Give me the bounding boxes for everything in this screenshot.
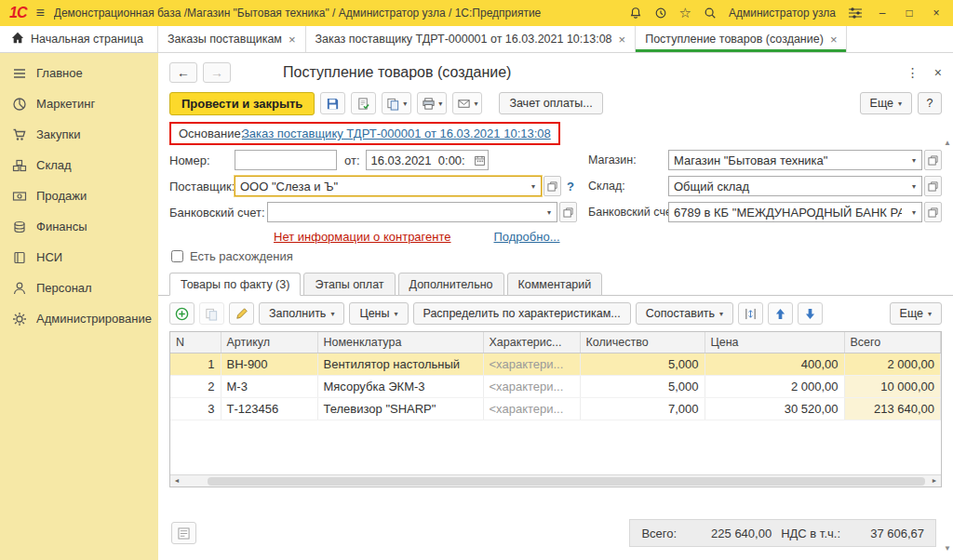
table-header-row: N Артикул Номенклатура Характерис... Кол… xyxy=(170,332,941,353)
bank-account2-input[interactable] xyxy=(669,203,906,221)
administration-gear-icon xyxy=(12,312,27,327)
document-form: ← → Поступление товаров (создание) ⋮ × П… xyxy=(158,53,953,560)
discrepancies-checkbox[interactable] xyxy=(171,250,183,262)
supplier-help-link[interactable]: ? xyxy=(567,180,574,193)
shop-label: Магазин: xyxy=(588,153,668,167)
notifications-bell-icon[interactable] xyxy=(629,7,642,20)
chevron-down-icon: ▾ xyxy=(719,310,723,318)
payment-offset-button[interactable]: Зачет оплаты... xyxy=(499,92,602,114)
counterparty-warning-link[interactable]: Нет информации о контрагенте xyxy=(274,230,451,244)
save-button[interactable] xyxy=(320,92,345,114)
tab-supplier-orders[interactable]: Заказы поставщикам × xyxy=(158,26,306,52)
maximize-button[interactable]: □ xyxy=(902,7,917,20)
supplier-open-button[interactable] xyxy=(544,176,561,196)
tab-goods-by-fact[interactable]: Товары по факту (3) xyxy=(169,273,301,296)
table-row[interactable]: 2 М-3 Мясорубка ЭКМ-3 <характери... 5,00… xyxy=(170,376,941,398)
date-input[interactable] xyxy=(367,151,471,169)
col-sku[interactable]: Артикул xyxy=(221,332,317,353)
supplier-input[interactable] xyxy=(235,177,526,195)
match-button[interactable]: Сопоставить▾ xyxy=(636,302,733,325)
tab-close-icon[interactable]: × xyxy=(830,33,838,47)
grid-more-button[interactable]: Еще▾ xyxy=(890,302,942,325)
sidebar-item-purchases[interactable]: Закупки xyxy=(0,119,158,150)
col-total[interactable]: Всего xyxy=(844,332,941,353)
scroll-right-icon[interactable]: ► xyxy=(928,475,941,487)
chevron-down-icon: ▾ xyxy=(330,310,334,318)
bank-account2-open-button[interactable] xyxy=(924,202,942,222)
help-button[interactable]: ? xyxy=(918,92,942,114)
sidebar-item-nsi[interactable]: НСИ xyxy=(0,242,158,273)
current-user[interactable]: Администратор узла xyxy=(729,7,836,20)
tab-home[interactable]: Начальная страница xyxy=(0,26,158,52)
col-quantity[interactable]: Количество xyxy=(580,332,705,353)
move-down-button[interactable] xyxy=(798,302,823,325)
bank-account-input[interactable] xyxy=(268,203,542,221)
add-row-button[interactable] xyxy=(169,302,195,325)
scroll-left-icon[interactable]: ◄ xyxy=(170,475,183,487)
history-clock-icon[interactable] xyxy=(654,7,667,20)
tab-supplier-order-doc[interactable]: Заказ поставщику ТДРТ-000001 от 16.03.20… xyxy=(306,26,637,52)
move-up-button[interactable] xyxy=(768,302,793,325)
scroll-down-icon[interactable]: ▼ xyxy=(944,544,951,553)
warehouse-dropdown-icon[interactable]: ▾ xyxy=(906,182,921,191)
search-icon[interactable] xyxy=(704,7,717,20)
sidebar-item-marketing[interactable]: Маркетинг xyxy=(0,88,158,119)
horizontal-scrollbar[interactable]: ◄ ► xyxy=(170,474,941,487)
fill-button[interactable]: Заполнить▾ xyxy=(259,302,344,325)
sidebar-item-administration[interactable]: Администрирование xyxy=(0,303,158,334)
shop-dropdown-icon[interactable]: ▾ xyxy=(906,156,921,165)
close-window-button[interactable]: × xyxy=(929,7,944,20)
warehouse-input[interactable] xyxy=(669,177,906,195)
copy-row-button[interactable] xyxy=(199,302,224,325)
favorites-star-icon[interactable]: ☆ xyxy=(679,7,691,20)
edit-row-button[interactable] xyxy=(229,302,254,325)
supplier-dropdown-icon[interactable]: ▾ xyxy=(526,182,541,191)
forward-button[interactable]: → xyxy=(203,62,231,83)
prices-button[interactable]: Цены▾ xyxy=(349,302,408,325)
warehouse-open-button[interactable] xyxy=(924,176,942,196)
tab-close-icon[interactable]: × xyxy=(619,33,626,47)
bank-account-open-button[interactable] xyxy=(559,202,577,222)
settings-sliders-icon[interactable] xyxy=(848,7,863,20)
form-menu-kebab-icon[interactable]: ⋮ xyxy=(906,65,919,80)
send-button[interactable]: ▾ xyxy=(452,92,482,114)
table-row[interactable]: 1 ВН-900 Вентилятор настольный <характер… xyxy=(170,353,941,376)
basis-link[interactable]: Заказ поставщику ТДРТ-000001 от 16.03.20… xyxy=(242,127,551,140)
tab-payment-stages[interactable]: Этапы оплат xyxy=(303,273,395,296)
more-button[interactable]: Еще▾ xyxy=(860,92,912,114)
sidebar-item-personnel[interactable]: Персонал xyxy=(0,273,158,303)
table-row[interactable]: 3 Т-123456 Телевизор "SHARP" <характери.… xyxy=(170,398,941,420)
col-nomenclature[interactable]: Номенклатура xyxy=(317,332,483,353)
shop-input[interactable] xyxy=(669,151,906,169)
close-form-icon[interactable]: × xyxy=(934,65,942,80)
tab-additional[interactable]: Дополнительно xyxy=(398,273,504,296)
col-characteristic[interactable]: Характерис... xyxy=(483,332,580,353)
minimize-button[interactable]: – xyxy=(875,7,890,20)
shop-open-button[interactable] xyxy=(924,150,942,170)
sidebar-item-warehouse[interactable]: Склад xyxy=(0,150,158,180)
distribute-by-characteristics-button[interactable]: Распределить по характеристикам... xyxy=(413,302,631,325)
sidebar-item-main[interactable]: Главное xyxy=(0,58,158,88)
scroll-up-icon[interactable]: ▲ xyxy=(944,139,951,147)
print-button[interactable]: ▾ xyxy=(417,92,447,114)
details-link[interactable]: Подробно... xyxy=(494,230,560,244)
number-input[interactable] xyxy=(235,151,336,169)
post-and-close-button[interactable]: Провести и закрыть xyxy=(169,92,315,115)
tab-goods-receipt[interactable]: Поступление товаров (создание) × xyxy=(636,26,847,52)
back-button[interactable]: ← xyxy=(169,62,197,83)
main-menu-icon[interactable]: ≡ xyxy=(35,5,44,21)
bank-account-dropdown-icon[interactable]: ▾ xyxy=(542,208,557,217)
calendar-icon[interactable] xyxy=(472,150,487,170)
sidebar-item-sales[interactable]: Продажи xyxy=(0,180,158,211)
col-price[interactable]: Цена xyxy=(705,332,844,353)
scrollbar-thumb[interactable] xyxy=(208,477,925,486)
col-n[interactable]: N xyxy=(170,332,221,353)
bank-account2-dropdown-icon[interactable]: ▾ xyxy=(906,208,921,217)
create-based-on-button[interactable]: ▾ xyxy=(382,92,411,114)
expand-rows-button[interactable] xyxy=(738,302,763,325)
tab-close-icon[interactable]: × xyxy=(289,33,296,47)
tab-comment[interactable]: Комментарий xyxy=(507,273,603,296)
post-button[interactable] xyxy=(351,92,376,114)
sidebar-item-finance[interactable]: Финансы xyxy=(0,211,158,242)
footer-list-icon[interactable] xyxy=(171,522,196,544)
